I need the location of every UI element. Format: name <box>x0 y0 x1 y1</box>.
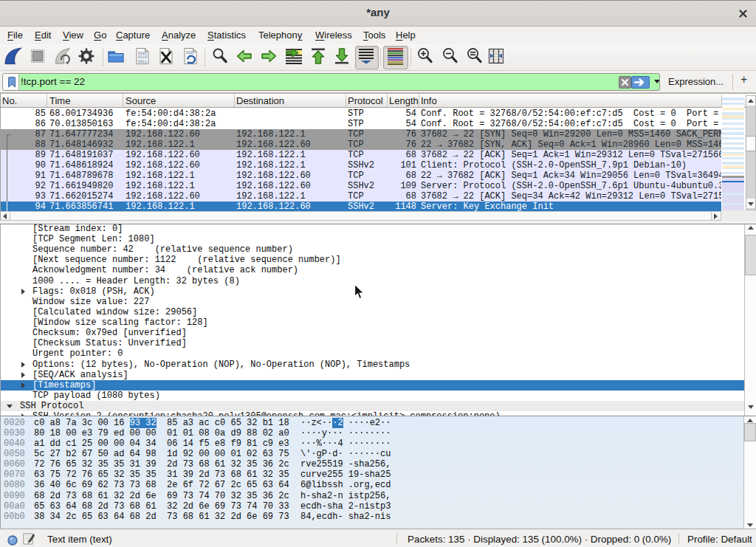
svg-text:0101: 0101 <box>186 51 194 55</box>
svg-text:0011: 0011 <box>138 60 147 64</box>
